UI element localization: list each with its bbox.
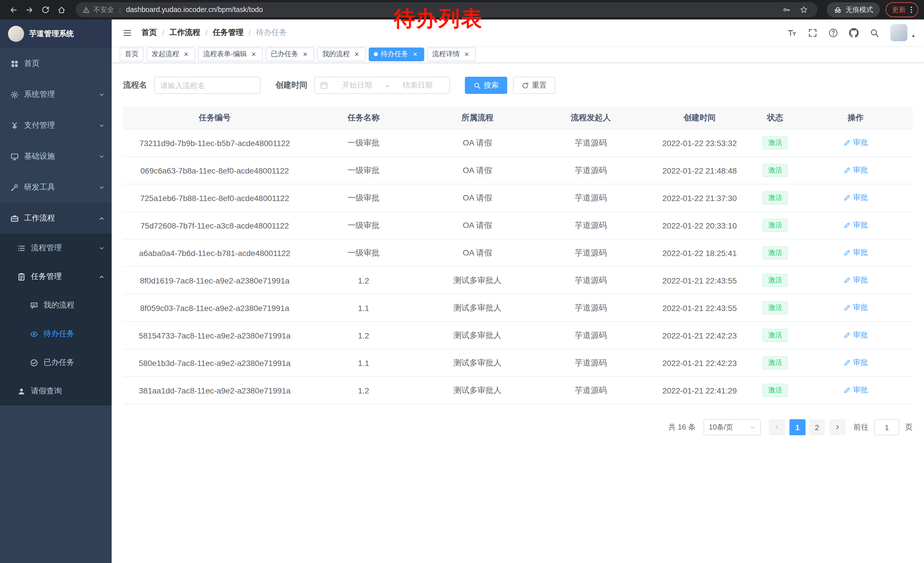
range-separator: - <box>386 81 389 90</box>
approve-button[interactable]: 审批 <box>843 193 868 203</box>
app-logo[interactable]: 芋道管理系统 <box>0 20 112 48</box>
tab-close-icon[interactable]: × <box>301 50 309 58</box>
column-header: 创建时间 <box>648 113 752 123</box>
chevron-down-icon <box>99 153 105 159</box>
sidebar-item-workflow[interactable]: 工作流程 <box>0 203 112 234</box>
screen: 不安全 | dashboard.yudao.iocoder.cn/bpm/tas… <box>0 0 924 563</box>
sidebar-item-my-process[interactable]: 我的流程 <box>0 291 112 320</box>
breadcrumb-item[interactable]: 工作流程 <box>170 27 200 38</box>
column-header: 任务编号 <box>123 113 306 123</box>
approve-button[interactable]: 审批 <box>843 385 868 395</box>
avatar[interactable] <box>890 24 908 41</box>
approve-button[interactable]: 审批 <box>843 330 868 341</box>
cell-action: 审批 <box>799 385 912 396</box>
bookmark-button[interactable] <box>797 3 811 17</box>
tab-form-edit[interactable]: 流程表单-编辑 × <box>198 47 263 61</box>
next-page-button[interactable] <box>830 419 846 435</box>
page-number-button[interactable]: 1 <box>789 419 806 435</box>
sidebar-item-process-mgmt[interactable]: 流程管理 <box>0 234 112 262</box>
sidebar-item-payment[interactable]: 支付管理 <box>0 110 112 141</box>
top-navbar: 首页/工作流程/任务管理/待办任务 <box>112 20 924 46</box>
tab-close-icon[interactable]: × <box>463 50 471 58</box>
tab-my-process[interactable]: 我的流程 × <box>317 47 366 61</box>
approve-button[interactable]: 审批 <box>843 358 868 368</box>
filter-time-label: 创建时间 <box>275 80 308 90</box>
tasks-table: 任务编号任务名称所属流程流程发起人创建时间状态操作 73211d9d-7b9b-… <box>123 107 912 404</box>
caret-down-icon <box>911 34 916 39</box>
edit-icon <box>843 387 851 394</box>
sidebar: 芋道管理系统 首页 系统管理 支付管理 基础设施 研发工具 <box>0 20 112 563</box>
tab-todo-task[interactable]: 待办任务 × <box>369 47 424 61</box>
password-manager-button[interactable] <box>780 3 794 17</box>
approve-button[interactable]: 审批 <box>843 303 868 313</box>
sidebar-toggle-button[interactable] <box>120 25 135 40</box>
page-size-select[interactable]: 10条/页 <box>704 419 761 435</box>
tab-close-icon[interactable]: × <box>411 50 419 58</box>
cell-initiator: 芋道源码 <box>534 303 648 313</box>
chevron-down-icon <box>99 92 105 98</box>
navbar-right-icons <box>784 24 916 41</box>
font-size-button[interactable] <box>784 25 800 41</box>
sidebar-item-todo-task[interactable]: 待办任务 <box>0 320 112 348</box>
tab-done-task[interactable]: 已办任务 × <box>266 47 314 61</box>
sidebar-item-devtools[interactable]: 研发工具 <box>0 172 112 203</box>
table-body: 73211d9d-7b9b-11ec-b5b7-acde48001122一级审批… <box>123 129 912 404</box>
tab-process-detail[interactable]: 流程详情 × <box>427 47 476 61</box>
browser-update-button[interactable]: 更新 <box>886 2 918 17</box>
sidebar-item-system[interactable]: 系统管理 <box>0 79 112 110</box>
browser-back-button[interactable] <box>6 2 21 17</box>
question-icon <box>828 28 838 38</box>
prev-page-button[interactable] <box>769 419 785 435</box>
goto-label: 前往 <box>854 422 868 432</box>
date-range-picker[interactable]: 开始日期 - 结束日期 <box>314 77 450 94</box>
approve-button[interactable]: 审批 <box>843 248 868 258</box>
cell-status: 激活 <box>752 246 799 260</box>
approve-button[interactable]: 审批 <box>843 165 868 176</box>
tab-close-icon[interactable]: × <box>182 50 190 58</box>
fullscreen-button[interactable] <box>804 25 820 41</box>
breadcrumb-item[interactable]: 首页 <box>141 27 157 38</box>
process-name-input[interactable] <box>154 77 261 94</box>
sidebar-item-label: 任务管理 <box>31 272 93 282</box>
sidebar-item-task-mgmt[interactable]: 任务管理 <box>0 262 112 291</box>
approve-button[interactable]: 审批 <box>843 275 868 285</box>
tab-home[interactable]: 首页 <box>120 47 144 61</box>
github-icon <box>849 28 858 38</box>
tab-close-icon[interactable]: × <box>250 50 258 58</box>
search-button[interactable] <box>866 25 882 41</box>
sidebar-item-home[interactable]: 首页 <box>0 48 112 79</box>
sidebar-item-leave-query[interactable]: 请假查询 <box>0 377 112 405</box>
table-row: 58154733-7ac8-11ec-a9e2-a2380e71991a1.2测… <box>123 322 912 349</box>
cell-action: 审批 <box>799 275 912 286</box>
cell-process: 测试多审批人 <box>421 330 534 341</box>
clipboard-icon <box>17 272 26 281</box>
browser-forward-button[interactable] <box>22 2 37 17</box>
browser-home-button[interactable] <box>54 2 69 17</box>
reset-button[interactable]: 重置 <box>513 77 555 94</box>
breadcrumb-item[interactable]: 任务管理 <box>213 27 244 38</box>
active-tab-dot <box>374 52 378 56</box>
question-button[interactable] <box>825 25 841 41</box>
browser-reload-button[interactable] <box>38 2 52 17</box>
table-row: 069c6a63-7b8a-11ec-8ef0-acde48001122一级审批… <box>123 157 912 185</box>
sidebar-item-infra[interactable]: 基础设施 <box>0 141 112 172</box>
page-number-button[interactable]: 2 <box>809 419 825 435</box>
sidebar-item-label: 工作流程 <box>24 213 93 224</box>
table-row: 381aa1dd-7ac8-11ec-a9e2-a2380e71991a1.2测… <box>123 377 912 404</box>
tab-close-icon[interactable]: × <box>352 50 361 58</box>
edit-icon <box>843 304 851 312</box>
search-button[interactable]: 搜索 <box>465 77 507 94</box>
edit-icon <box>843 194 851 201</box>
tab-start-process[interactable]: 发起流程 × <box>147 47 195 61</box>
approve-button[interactable]: 审批 <box>843 138 868 148</box>
update-label: 更新 <box>892 5 906 15</box>
tool-icon <box>10 183 19 192</box>
cell-initiator: 芋道源码 <box>534 138 648 148</box>
cell-name: 一级审批 <box>306 138 421 148</box>
goto-page-input[interactable] <box>874 419 899 435</box>
cell-initiator: 芋道源码 <box>534 330 648 341</box>
chevron-up-icon <box>99 215 105 221</box>
github-button[interactable] <box>846 25 862 41</box>
sidebar-item-done-task[interactable]: 已办任务 <box>0 348 112 377</box>
approve-button[interactable]: 审批 <box>843 220 868 231</box>
